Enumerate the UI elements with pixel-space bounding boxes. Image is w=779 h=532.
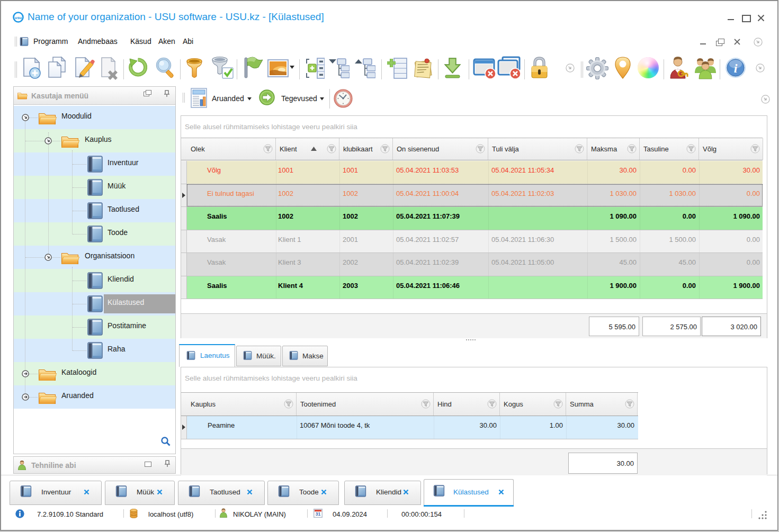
svg-text:31: 31 — [316, 511, 321, 517]
svg-text:usu: usu — [15, 15, 22, 20]
svg-text:i: i — [734, 61, 738, 75]
